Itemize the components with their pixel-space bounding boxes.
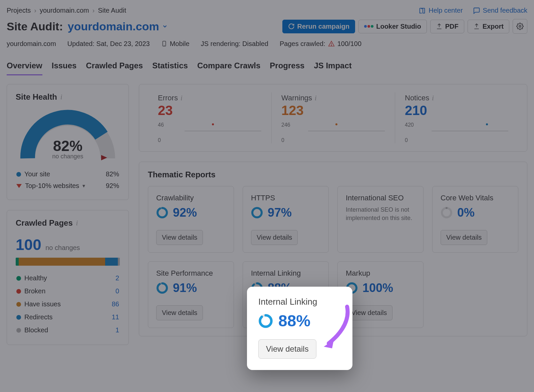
popout-view-details-button[interactable]: View details [258,339,316,359]
rerun-campaign-button[interactable]: Rerun campaign [282,20,355,33]
thematic-card-item: International SEOInternational SEO is no… [337,186,424,253]
thematic-card-item: Crawlability92%View details [148,186,234,253]
thematic-card-item: Core Web Vitals0%View details [432,186,518,253]
site-health-sub: no changes [18,153,118,160]
info-icon[interactable]: i [181,94,183,102]
dot-icon [16,289,21,294]
view-details-button[interactable]: View details [441,230,487,245]
send-feedback-link[interactable]: Send feedback [473,7,527,14]
crawled-sub: no changes [45,244,80,251]
spark-dot [212,123,214,125]
tab-crawled-pages[interactable]: Crawled Pages [86,61,143,75]
notices-zero: 0 [405,137,408,143]
crawled-row[interactable]: Have issues86 [16,298,120,311]
dot-icon [16,172,21,177]
crawled-row-label: Have issues [24,300,61,308]
donut-icon [258,314,273,328]
crawled-pages-card: Crawled Pages i 100 no changes Healthy2B… [7,210,129,345]
crawled-row-value: 86 [112,300,119,308]
tcard-title: Markup [346,269,415,278]
info-icon[interactable]: i [60,93,62,101]
site-health-title: Site Health [16,92,57,102]
pdf-button[interactable]: PDF [430,20,464,33]
view-details-button[interactable]: View details [156,230,203,245]
tab-statistics[interactable]: Statistics [152,61,188,75]
meta-updated: Updated: Sat, Dec 23, 2023 [67,40,150,48]
errors-zero: 0 [158,137,161,143]
tcard-title: International SEO [346,194,415,202]
summary-card: Errors i 23 46 0 Warnings i 123 246 0 [139,84,527,152]
warnings-label: Warnings [281,94,312,102]
chevron-down-icon[interactable]: ▾ [82,183,85,189]
tab-overview[interactable]: Overview [7,61,42,75]
crawled-row[interactable]: Redirects11 [16,311,120,324]
book-icon [419,7,426,14]
help-center-label: Help center [429,7,463,14]
crawled-total: 100 [16,236,41,254]
svg-point-10 [442,208,451,217]
breadcrumb-projects[interactable]: Projects [7,7,31,14]
crawled-row-value: 1 [115,326,119,334]
donut-icon [441,207,453,219]
info-icon[interactable]: i [432,94,434,102]
tab-compare-crawls[interactable]: Compare Crawls [197,61,260,75]
warning-triangle-icon [328,40,335,47]
breadcrumb-siteaudit[interactable]: Site Audit [98,7,126,14]
bar-segment [19,258,105,266]
tcard-title: Crawlability [156,194,226,202]
chat-icon [473,7,480,14]
info-icon[interactable]: i [315,94,317,102]
svg-point-13 [158,283,167,293]
breadcrumb-domain[interactable]: yourdomain.com [40,7,89,14]
view-details-button[interactable]: View details [251,230,298,245]
crawled-row-label: Redirects [24,313,52,321]
legend-top10-value: 92% [106,182,119,190]
errors-max: 46 [158,122,261,128]
mobile-icon [161,40,167,48]
view-details-button[interactable]: View details [156,305,203,320]
tcard-pct: 100% [362,281,393,295]
svg-point-9 [252,208,262,217]
meta-crawled: Pages crawled: 100/100 [280,40,361,48]
settings-button[interactable] [513,19,527,34]
domain-name: yourdomain.com [68,20,159,33]
rerun-label: Rerun campaign [297,23,350,30]
gear-icon [516,23,524,30]
looker-studio-button[interactable]: Looker Studio [358,20,427,33]
tcard-title: HTTPS [251,194,320,202]
export-label: Export [483,23,504,30]
tab-progress[interactable]: Progress [270,61,304,75]
dot-icon [16,315,21,320]
meta-js: JS rendering: Disabled [201,40,268,48]
crawled-row[interactable]: Healthy2 [16,272,120,285]
dot-icon [16,328,21,333]
info-icon[interactable]: i [76,219,78,227]
export-button[interactable]: Export [468,20,509,33]
crawled-bar [16,258,120,266]
crawled-row-value: 11 [112,313,119,321]
triangle-down-icon [16,184,22,188]
donut-icon [156,282,168,294]
bar-segment [105,258,117,266]
help-center-link[interactable]: Help center [419,7,463,14]
crawled-row[interactable]: Broken0 [16,285,120,298]
meta-device: Mobile [161,40,190,48]
breadcrumb: Projects › yourdomain.com › Site Audit [7,7,126,14]
popout-pct: 88% [278,312,310,330]
crawled-row-label: Blocked [24,326,48,334]
tcard-pct: 97% [268,206,292,220]
svg-point-19 [260,315,271,326]
chevron-right-icon: › [92,7,95,14]
spark-dot [335,123,337,125]
domain-selector[interactable]: yourdomain.com [68,20,168,33]
tcard-title: Internal Linking [251,269,320,278]
thematic-title: Thematic Reports [148,170,518,179]
crawled-row[interactable]: Blocked1 [16,324,120,337]
tab-js-impact[interactable]: JS Impact [314,61,351,75]
chevron-down-icon [162,23,168,29]
crawled-row-value: 0 [115,287,119,295]
bar-segment [118,258,120,266]
tab-issues[interactable]: Issues [52,61,77,75]
notices-value: 210 [405,103,508,118]
tcard-title: Core Web Vitals [441,194,510,202]
